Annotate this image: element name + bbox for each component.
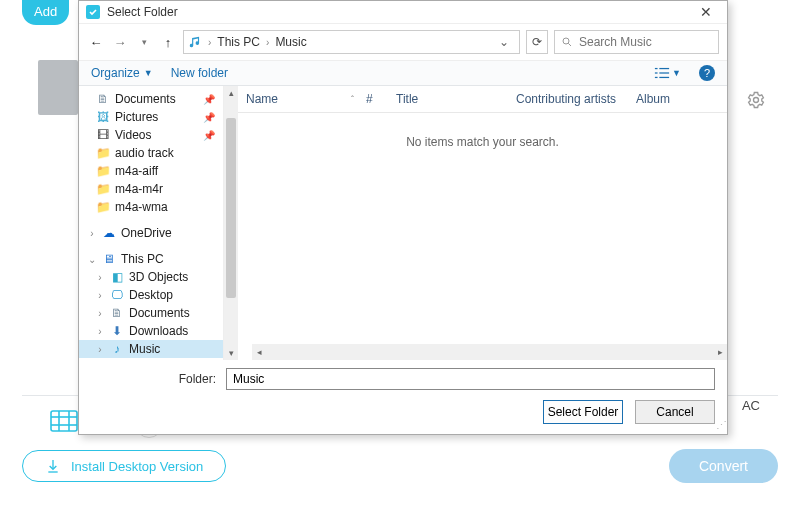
app-icon: [85, 4, 101, 20]
refresh-icon[interactable]: ⟳: [526, 30, 548, 54]
folder-input[interactable]: [226, 368, 715, 390]
install-desktop-button[interactable]: Install Desktop Version: [22, 450, 226, 482]
new-folder-button[interactable]: New folder: [171, 66, 228, 80]
folder-icon: 📁: [95, 200, 111, 214]
column-number[interactable]: #: [360, 90, 390, 108]
scroll-thumb[interactable]: [226, 118, 236, 298]
install-desktop-label: Install Desktop Version: [71, 459, 203, 474]
scroll-right-icon[interactable]: ▸: [713, 347, 727, 357]
tree-item-m4a-wma[interactable]: 📁m4a-wma: [79, 198, 223, 216]
column-album[interactable]: Album: [630, 90, 725, 108]
breadcrumb-dropdown-icon[interactable]: ⌄: [493, 35, 515, 49]
close-icon[interactable]: ✕: [691, 4, 721, 20]
tree-label: m4a-wma: [115, 200, 168, 214]
convert-button[interactable]: Convert: [669, 449, 778, 483]
pin-icon: 📌: [203, 112, 219, 123]
tree-item-onedrive[interactable]: ›☁OneDrive: [79, 224, 223, 242]
tree-item-m4a-m4r[interactable]: 📁m4a-m4r: [79, 180, 223, 198]
tree-item-this-pc[interactable]: ⌄🖥This PC: [79, 250, 223, 268]
horizontal-scrollbar[interactable]: ◂ ▸: [252, 344, 727, 360]
tree-label: Documents: [129, 306, 190, 320]
sort-caret-icon: ˆ: [351, 94, 354, 104]
folder-icon: 📁: [95, 146, 111, 160]
download-icon: ⬇: [109, 324, 125, 338]
document-icon: 🗎: [95, 92, 111, 106]
column-headers: Nameˆ # Title Contributing artists Album: [238, 86, 727, 113]
expand-icon[interactable]: ›: [87, 228, 97, 239]
chevron-right-icon: ›: [264, 37, 271, 48]
film-icon[interactable]: [50, 410, 78, 432]
tree-label: Desktop: [129, 288, 173, 302]
tree-label: This PC: [121, 252, 164, 266]
tree-item-documents[interactable]: 🗎Documents📌: [79, 90, 223, 108]
video-thumbnail: [38, 60, 78, 115]
tree-item-m4a-aiff[interactable]: 📁m4a-aiff: [79, 162, 223, 180]
tree-item-documents-pc[interactable]: ›🗎Documents: [79, 304, 223, 322]
expand-icon[interactable]: ›: [95, 308, 105, 319]
scroll-down-icon[interactable]: ▾: [229, 346, 234, 360]
music-icon: [188, 35, 202, 49]
pc-icon: 🖥: [101, 252, 117, 266]
empty-message: No items match your search.: [238, 113, 727, 344]
file-list-area: ▴ ▾ Nameˆ # Title Contributing artists A…: [224, 86, 727, 360]
svg-point-7: [563, 38, 569, 44]
tree-item-videos[interactable]: 🎞Videos📌: [79, 126, 223, 144]
titlebar: Select Folder ✕: [79, 1, 727, 24]
help-icon[interactable]: ?: [699, 65, 715, 81]
music-icon: ♪: [109, 342, 125, 356]
expand-icon[interactable]: ›: [95, 326, 105, 337]
pin-icon: 📌: [203, 94, 219, 105]
tree-label: OneDrive: [121, 226, 172, 240]
folder-input-row: Folder:: [79, 360, 727, 394]
settings-icon[interactable]: [746, 90, 766, 110]
collapse-icon[interactable]: ⌄: [87, 254, 97, 265]
svg-rect-1: [51, 411, 77, 431]
search-box[interactable]: [554, 30, 719, 54]
tree-label: Documents: [115, 92, 176, 106]
breadcrumb[interactable]: › This PC › Music ⌄: [183, 30, 520, 54]
select-folder-button[interactable]: Select Folder: [543, 400, 623, 424]
breadcrumb-this-pc[interactable]: This PC: [217, 35, 260, 49]
expand-icon[interactable]: ›: [95, 290, 105, 301]
column-name[interactable]: Nameˆ: [240, 90, 360, 108]
chevron-right-icon: ›: [206, 37, 213, 48]
column-contributing-artists[interactable]: Contributing artists: [510, 90, 630, 108]
folder-label: Folder:: [91, 372, 216, 386]
scroll-up-icon[interactable]: ▴: [229, 86, 234, 100]
column-label: Name: [246, 92, 278, 106]
toolbar: Organize ▼ New folder ▼ ?: [79, 60, 727, 86]
tree-item-downloads[interactable]: ›⬇Downloads: [79, 322, 223, 340]
nav-up-icon[interactable]: ↑: [159, 35, 177, 50]
videos-icon: 🎞: [95, 128, 111, 142]
tree-item-3d-objects[interactable]: ›◧3D Objects: [79, 268, 223, 286]
nav-recent-icon[interactable]: ▾: [135, 37, 153, 47]
folder-icon: 📁: [95, 182, 111, 196]
view-options-button[interactable]: ▼: [654, 66, 681, 80]
breadcrumb-music[interactable]: Music: [275, 35, 306, 49]
nav-back-icon[interactable]: ←: [87, 35, 105, 50]
search-icon: [561, 36, 573, 48]
search-input[interactable]: [579, 35, 712, 49]
tree-item-audio-track[interactable]: 📁audio track: [79, 144, 223, 162]
tree-item-music[interactable]: ›♪Music: [79, 340, 223, 358]
tree-label: m4a-m4r: [115, 182, 163, 196]
cancel-button[interactable]: Cancel: [635, 400, 715, 424]
desktop-icon: 🖵: [109, 288, 125, 302]
pin-icon: 📌: [203, 130, 219, 141]
tree-item-pictures[interactable]: 🖼Pictures📌: [79, 108, 223, 126]
add-button[interactable]: Add: [22, 0, 69, 25]
column-title[interactable]: Title: [390, 90, 510, 108]
expand-icon[interactable]: ›: [95, 272, 105, 283]
scroll-left-icon[interactable]: ◂: [252, 347, 266, 357]
organize-label: Organize: [91, 66, 140, 80]
nav-tree[interactable]: 🗎Documents📌 🖼Pictures📌 🎞Videos📌 📁audio t…: [79, 86, 224, 360]
tree-label: Videos: [115, 128, 151, 142]
expand-icon[interactable]: ›: [95, 344, 105, 355]
tree-label: Downloads: [129, 324, 188, 338]
chevron-down-icon: ▼: [144, 68, 153, 78]
vertical-scrollbar[interactable]: ▴ ▾: [224, 86, 238, 360]
tree-label: audio track: [115, 146, 174, 160]
organize-menu[interactable]: Organize ▼: [91, 66, 153, 80]
tree-item-desktop[interactable]: ›🖵Desktop: [79, 286, 223, 304]
nav-forward-icon[interactable]: →: [111, 35, 129, 50]
